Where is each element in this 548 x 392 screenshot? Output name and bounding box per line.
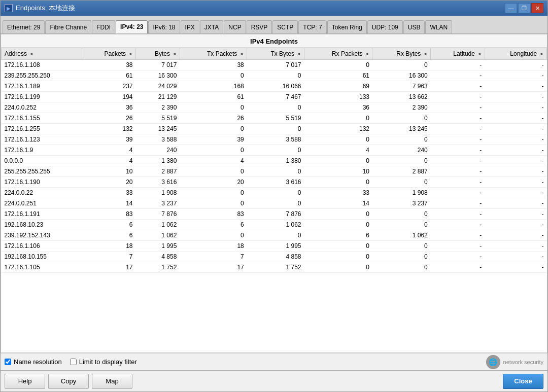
cell-bytes: 4 858 (136, 252, 180, 262)
cell-tx-bytes: 5 519 (247, 113, 304, 124)
table-row[interactable]: 0.0.0.041 38041 38000-- (2, 156, 547, 166)
col-rx-bytes[interactable]: Rx Bytes◄ (372, 48, 431, 60)
cell-bytes: 1 995 (136, 241, 180, 252)
table-row[interactable]: 192.168.10.15574 85874 85800-- (2, 252, 547, 262)
cell-rx-bytes: 0 (372, 209, 431, 220)
table-row[interactable]: 172.16.1.25513213 2450013213 245-- (2, 124, 547, 134)
sort-arrow-icon[interactable]: ◄ (296, 51, 301, 56)
table-row[interactable]: 172.16.1.123393 588393 58800-- (2, 134, 547, 145)
table-row[interactable]: 239.192.152.14361 0620061 062-- (2, 230, 547, 241)
cell-address: 172.16.1.191 (2, 209, 82, 220)
cell-tx-bytes: 4 858 (247, 252, 304, 262)
tab-token-ring[interactable]: Token Ring (327, 20, 367, 33)
close-button[interactable]: Close (503, 374, 543, 389)
sort-arrow-icon[interactable]: ◄ (423, 51, 427, 56)
name-resolution-checkbox[interactable] (5, 359, 11, 365)
sort-arrow-icon[interactable]: ◄ (172, 51, 177, 56)
cell-tx-bytes: 7 017 (247, 60, 304, 70)
col-address[interactable]: Address◄ (2, 48, 82, 60)
table-row[interactable]: 192.168.10.2361 06261 06200-- (2, 220, 547, 230)
sort-arrow-icon[interactable]: ◄ (29, 51, 33, 56)
cell-tx-packets: 0 (180, 198, 247, 209)
col-longitude[interactable]: Longitude◄ (485, 48, 546, 60)
table-row[interactable]: 172.16.1.191837 876837 87600-- (2, 209, 547, 220)
cell-rx-bytes: 0 (372, 262, 431, 273)
tab-tcp--7[interactable]: TCP: 7 (298, 20, 326, 33)
window-close-button[interactable]: ✕ (531, 3, 543, 13)
tab-usb[interactable]: USB (403, 20, 425, 33)
col-tx-packets[interactable]: Tx Packets◄ (180, 48, 247, 60)
table-row[interactable]: 224.0.0.252362 39000362 390-- (2, 102, 547, 113)
cell-bytes: 21 129 (136, 92, 180, 102)
limit-filter-checkbox[interactable] (70, 359, 77, 365)
col-bytes[interactable]: Bytes◄ (136, 48, 180, 60)
cell-tx-packets: 39 (180, 134, 247, 145)
cell-address: 239.192.152.143 (2, 230, 82, 241)
sort-arrow-icon[interactable]: ◄ (539, 51, 543, 56)
cell-rx-packets: 0 (304, 220, 372, 230)
cell-bytes: 1 062 (136, 220, 180, 230)
col-packets[interactable]: Packets◄ (82, 48, 136, 60)
sort-arrow-icon[interactable]: ◄ (128, 51, 132, 56)
table-container[interactable]: Address◄Packets◄Bytes◄Tx Packets◄Tx Byte… (1, 48, 547, 352)
table-row[interactable]: 172.16.1.155265 519265 51900-- (2, 113, 547, 124)
cell-rx-packets: 0 (304, 113, 372, 124)
tab-rsvp[interactable]: RSVP (247, 20, 272, 33)
cell-address: 224.0.0.252 (2, 102, 82, 113)
sort-arrow-icon[interactable]: ◄ (365, 51, 369, 56)
table-row[interactable]: 255.255.255.255102 88700102 887-- (2, 166, 547, 177)
col-label: Longitude (510, 50, 537, 57)
table-row[interactable]: 172.16.1.19919421 129617 46713313 662-- (2, 92, 547, 102)
table-row[interactable]: 172.16.1.190203 616203 61600-- (2, 177, 547, 188)
cell-longitude: - (485, 220, 546, 230)
table-row[interactable]: 172.16.1.108387 017387 01700-- (2, 60, 547, 70)
tab-fddi[interactable]: FDDI (92, 20, 115, 33)
table-row[interactable]: 239.255.255.2506116 300006116 300-- (2, 70, 547, 81)
copy-button[interactable]: Copy (48, 374, 89, 389)
table-row[interactable]: 172.16.1.105171 752171 75200-- (2, 262, 547, 273)
tab-ipv4--23[interactable]: IPv4: 23 (116, 20, 148, 33)
table-row[interactable]: 172.16.1.106181 995181 99500-- (2, 241, 547, 252)
name-resolution-label[interactable]: Name resolution (14, 358, 62, 366)
cell-bytes: 2 887 (136, 166, 180, 177)
cell-address: 255.255.255.255 (2, 166, 82, 177)
restore-button[interactable]: ❐ (518, 3, 530, 13)
tab-ethernet--29[interactable]: Ethernet: 29 (3, 20, 45, 33)
cell-packets: 17 (82, 262, 136, 273)
tab-sctp[interactable]: SCTP (272, 20, 298, 33)
cell-packets: 61 (82, 70, 136, 81)
tab-udp--109[interactable]: UDP: 109 (367, 20, 403, 33)
cell-latitude: - (431, 230, 485, 241)
tab-ipv6--18[interactable]: IPv6: 18 (148, 20, 180, 33)
sort-arrow-icon[interactable]: ◄ (239, 51, 244, 56)
cell-bytes: 240 (136, 145, 180, 156)
col-latitude[interactable]: Latitude◄ (431, 48, 485, 60)
cell-longitude: - (485, 134, 546, 145)
sort-arrow-icon[interactable]: ◄ (477, 51, 482, 56)
status-bar: Name resolution Limit to display filter … (1, 353, 547, 370)
cell-rx-packets: 6 (304, 230, 372, 241)
tab-fibre-channe[interactable]: Fibre Channe (45, 20, 91, 33)
cell-latitude: - (431, 70, 485, 81)
tab-jxta[interactable]: JXTA (200, 20, 223, 33)
cell-packets: 10 (82, 166, 136, 177)
table-row[interactable]: 224.0.0.251143 23700143 237-- (2, 198, 547, 209)
table-row[interactable]: 172.16.1.18923724 02916816 066697 963-- (2, 81, 547, 92)
limit-filter-label[interactable]: Limit to display filter (79, 358, 137, 366)
col-rx-packets[interactable]: Rx Packets◄ (304, 48, 372, 60)
cell-rx-bytes: 0 (372, 60, 431, 70)
col-label: Tx Bytes (270, 50, 294, 57)
tab-wlan[interactable]: WLAN (425, 20, 452, 33)
cell-tx-packets: 38 (180, 60, 247, 70)
tab-ipx[interactable]: IPX (181, 20, 199, 33)
map-button[interactable]: Map (92, 374, 132, 389)
cell-tx-bytes: 0 (247, 70, 304, 81)
minimize-button[interactable]: — (505, 3, 517, 13)
col-tx-bytes[interactable]: Tx Bytes◄ (247, 48, 304, 60)
cell-latitude: - (431, 188, 485, 198)
table-row[interactable]: 172.16.1.94240004240-- (2, 145, 547, 156)
cell-address: 172.16.1.189 (2, 81, 82, 92)
help-button[interactable]: Help (5, 374, 45, 389)
tab-ncp[interactable]: NCP (224, 20, 246, 33)
table-row[interactable]: 224.0.0.22331 90800331 908-- (2, 188, 547, 198)
